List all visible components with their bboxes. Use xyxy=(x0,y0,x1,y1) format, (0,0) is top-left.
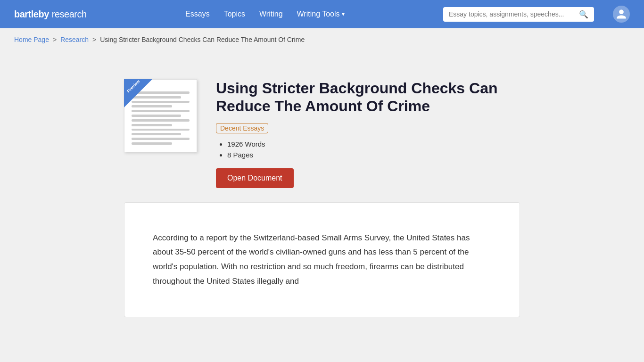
breadcrumb-current: Using Stricter Background Checks Can Red… xyxy=(100,36,305,43)
essay-info: Using Stricter Background Checks Can Red… xyxy=(216,79,520,188)
preview-line-9 xyxy=(132,129,190,131)
essay-words: 1926 Words xyxy=(227,140,520,148)
essay-content-box: According to a report by the Switzerland… xyxy=(124,202,520,317)
preview-line-1 xyxy=(132,91,190,94)
breadcrumb-separator-2: > xyxy=(92,36,96,43)
breadcrumb-home[interactable]: Home Page xyxy=(14,36,49,43)
essay-content-text: According to a report by the Switzerland… xyxy=(153,231,491,288)
preview-thumbnail: Preview xyxy=(124,79,197,152)
logo-bartleby: bartleby xyxy=(14,9,49,20)
logo-research: research xyxy=(52,9,87,20)
breadcrumb-separator-1: > xyxy=(53,36,57,43)
search-input[interactable] xyxy=(449,10,575,18)
breadcrumb: Home Page > Research > Using Stricter Ba… xyxy=(0,28,644,51)
preview-line-12 xyxy=(132,142,172,145)
quality-badge: Decent Essays xyxy=(216,123,268,133)
preview-line-2 xyxy=(132,96,181,99)
nav-writing[interactable]: Writing xyxy=(259,10,283,18)
essay-pages: 8 Pages xyxy=(227,151,520,159)
preview-line-6 xyxy=(132,115,181,117)
search-icon[interactable]: 🔍 xyxy=(579,10,588,19)
preview-line-5 xyxy=(132,110,190,112)
preview-line-3 xyxy=(132,101,190,103)
search-bar[interactable]: 🔍 xyxy=(443,7,594,22)
main-nav: Essays Topics Writing Writing Tools ▾ xyxy=(106,10,424,18)
nav-topics[interactable]: Topics xyxy=(224,10,245,18)
preview-line-11 xyxy=(132,138,190,140)
open-document-button[interactable]: Open Document xyxy=(216,168,294,188)
logo[interactable]: bartleby research xyxy=(14,9,87,20)
preview-line-7 xyxy=(132,119,190,122)
nav-writing-tools[interactable]: Writing Tools ▾ xyxy=(297,10,345,18)
preview-line-10 xyxy=(132,133,181,135)
preview-line-8 xyxy=(132,124,172,126)
header: bartleby research Essays Topics Writing … xyxy=(0,0,644,28)
breadcrumb-research[interactable]: Research xyxy=(60,36,89,43)
essay-meta: 1926 Words 8 Pages xyxy=(216,140,520,159)
user-icon xyxy=(616,8,627,20)
essay-title: Using Stricter Background Checks Can Red… xyxy=(216,79,520,115)
main-content: Preview Using Stricter Background Checks… xyxy=(110,79,534,317)
chevron-down-icon: ▾ xyxy=(342,11,345,17)
essay-header: Preview Using Stricter Background Checks… xyxy=(124,79,520,188)
preview-line-4 xyxy=(132,105,172,107)
user-avatar[interactable] xyxy=(613,6,630,23)
nav-writing-tools-label: Writing Tools xyxy=(297,10,340,18)
nav-essays[interactable]: Essays xyxy=(185,10,210,18)
